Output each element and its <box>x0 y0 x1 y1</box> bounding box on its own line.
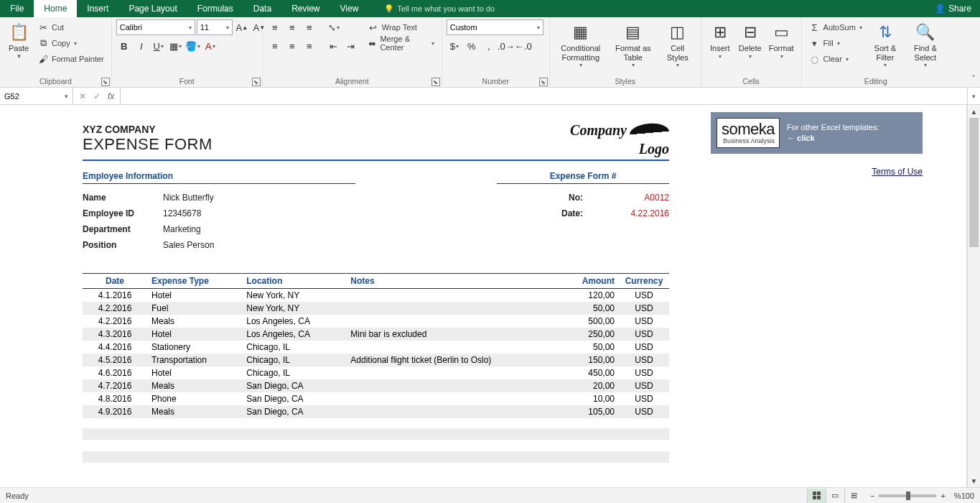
emp-id-label: Employee ID <box>83 208 163 218</box>
wrap-text-button[interactable]: ↩Wrap Text <box>365 19 437 35</box>
share-button[interactable]: 👤 Share <box>926 0 980 17</box>
menubar: File Home Insert Page Layout Formulas Da… <box>0 0 980 17</box>
chevron-down-icon: ▾ <box>579 62 582 68</box>
zoom-slider[interactable] <box>879 494 936 497</box>
chevron-down-icon: ▾ <box>213 43 215 50</box>
insert-label: Insert <box>710 44 730 53</box>
align-center-button[interactable]: ≡ <box>284 38 300 54</box>
view-normal-button[interactable] <box>807 489 826 503</box>
increase-indent-button[interactable]: ⇥ <box>343 38 359 54</box>
formula-input[interactable] <box>121 88 967 104</box>
cut-button[interactable]: ✂Cut <box>34 19 107 35</box>
number-format-select[interactable]: Custom▾ <box>447 19 543 35</box>
align-bottom-button[interactable]: ≡ <box>302 19 317 35</box>
cell-amount: 50,00 <box>561 341 619 354</box>
decrease-decimal-button[interactable]: ←.0 <box>515 38 531 54</box>
col-amount: Amount <box>561 274 619 289</box>
tab-page-layout[interactable]: Page Layout <box>118 0 187 17</box>
font-name-select[interactable]: Calibri▾ <box>116 19 195 35</box>
fx-icon[interactable]: fx <box>108 91 114 101</box>
expand-formula-button[interactable]: ▾ <box>967 88 980 104</box>
cell-styles-label: Cell Styles <box>662 44 694 62</box>
promo-line1: For other Excel templates: <box>787 122 879 133</box>
find-select-button[interactable]: 🔍Find & Select▾ <box>905 19 946 70</box>
group-label: Editing <box>806 75 946 86</box>
underline-button[interactable]: U▾ <box>151 38 167 54</box>
scroll-up-button[interactable]: ▲ <box>968 105 980 118</box>
tab-home[interactable]: Home <box>34 0 77 17</box>
tab-review[interactable]: Review <box>281 0 330 17</box>
tab-insert[interactable]: Insert <box>77 0 118 17</box>
format-as-table-button[interactable]: ▤Format as Table▾ <box>609 19 658 70</box>
copy-button[interactable]: ⧉Copy▾ <box>34 35 107 51</box>
dialog-launcher[interactable]: ⬊ <box>431 78 440 86</box>
zoom-in-button[interactable]: + <box>941 492 945 500</box>
tab-view[interactable]: View <box>330 0 369 17</box>
view-page-break-button[interactable]: ⊞ <box>844 489 863 503</box>
borders-button[interactable]: ▦▾ <box>168 38 184 54</box>
zoom-knob[interactable] <box>906 492 910 500</box>
orientation-button[interactable]: ⤡▾ <box>326 19 342 35</box>
decrease-indent-button[interactable]: ⇤ <box>326 38 342 54</box>
dialog-launcher[interactable]: ⬊ <box>252 78 261 86</box>
format-cells-button[interactable]: ▭Format▾ <box>766 19 797 61</box>
font-color-button[interactable]: A▾ <box>202 38 218 54</box>
align-middle-button[interactable]: ≡ <box>284 19 300 35</box>
chevron-down-icon: ▾ <box>837 40 840 47</box>
zoom-out-button[interactable]: − <box>870 492 874 500</box>
cell-amount: 500,00 <box>561 315 619 328</box>
search-icon: 🔍 <box>914 21 937 44</box>
chevron-down-icon: ▾ <box>749 53 752 60</box>
font-size-select[interactable]: 11▾ <box>197 19 233 35</box>
view-page-layout-button[interactable]: ▭ <box>826 489 844 503</box>
sheet-scroll[interactable]: XYZ COMPANY EXPENSE FORM Company Logo Em… <box>0 105 967 487</box>
accept-formula-button[interactable]: ✓ <box>93 91 101 101</box>
percent-button[interactable]: % <box>464 38 480 54</box>
cell-notes <box>346 366 561 379</box>
cell-location: Chicago, IL <box>242 354 346 366</box>
fill-color-button[interactable]: 🪣▾ <box>185 38 201 54</box>
clear-button[interactable]: ◌Clear▾ <box>806 51 865 67</box>
insert-cells-button[interactable]: ⊞Insert▾ <box>706 19 734 61</box>
dialog-launcher[interactable]: ⬊ <box>101 78 110 86</box>
italic-button[interactable]: I <box>134 38 149 54</box>
cell-location: New York, NY <box>242 302 346 315</box>
cancel-formula-button[interactable]: ✕ <box>79 91 86 101</box>
conditional-formatting-button[interactable]: ▦Conditional Formatting▾ <box>554 19 607 70</box>
increase-font-button[interactable]: A▲ <box>234 19 250 35</box>
collapse-ribbon-button[interactable]: ˄ <box>971 74 976 84</box>
vertical-scrollbar[interactable]: ▲ ▼ <box>967 105 980 487</box>
comma-button[interactable]: , <box>481 38 497 54</box>
delete-cells-button[interactable]: ⊟Delete▾ <box>736 19 765 61</box>
terms-link[interactable]: Terms of Use <box>711 167 923 177</box>
clipboard-icon: 📋 <box>7 21 30 44</box>
group-font: Calibri▾ 11▾ A▲ A▼ B I U▾ ▦▾ 🪣▾ A▾ Font … <box>112 17 263 87</box>
tell-me-search[interactable]: 💡 Tell me what you want to do <box>377 0 502 17</box>
tab-formulas[interactable]: Formulas <box>187 0 243 17</box>
sort-label: Sort & Filter <box>869 44 901 62</box>
increase-decimal-button[interactable]: .0→ <box>498 38 514 54</box>
tab-file[interactable]: File <box>0 0 34 17</box>
col-currency: Currency <box>619 274 669 289</box>
paste-button[interactable]: 📋 Paste ▼ <box>4 19 33 61</box>
group-label: Font <box>116 75 258 86</box>
name-box[interactable]: G52 ▾ <box>0 88 73 104</box>
fill-button[interactable]: ▾Fill▾ <box>806 35 865 51</box>
scroll-thumb[interactable] <box>969 118 979 247</box>
sort-filter-button[interactable]: ⇅Sort & Filter▾ <box>867 19 904 70</box>
merge-center-button[interactable]: ⬌Merge & Center▾ <box>365 35 437 51</box>
scroll-down-button[interactable]: ▼ <box>968 474 980 487</box>
format-painter-button[interactable]: 🖌Format Painter <box>34 51 107 67</box>
align-right-button[interactable]: ≡ <box>302 38 317 54</box>
insert-icon: ⊞ <box>709 21 732 44</box>
align-left-button[interactable]: ≡ <box>267 38 283 54</box>
align-top-button[interactable]: ≡ <box>267 19 283 35</box>
tab-data[interactable]: Data <box>243 0 281 17</box>
dialog-launcher[interactable]: ⬊ <box>539 78 548 86</box>
currency-button[interactable]: $▾ <box>447 38 462 54</box>
cell-styles-button[interactable]: ◫Cell Styles▾ <box>659 19 696 70</box>
promo-box[interactable]: someka Business Analysis For other Excel… <box>711 112 923 154</box>
cell-amount: 250,00 <box>561 328 619 341</box>
autosum-button[interactable]: ΣAutoSum▾ <box>806 19 865 35</box>
bold-button[interactable]: B <box>116 38 132 54</box>
